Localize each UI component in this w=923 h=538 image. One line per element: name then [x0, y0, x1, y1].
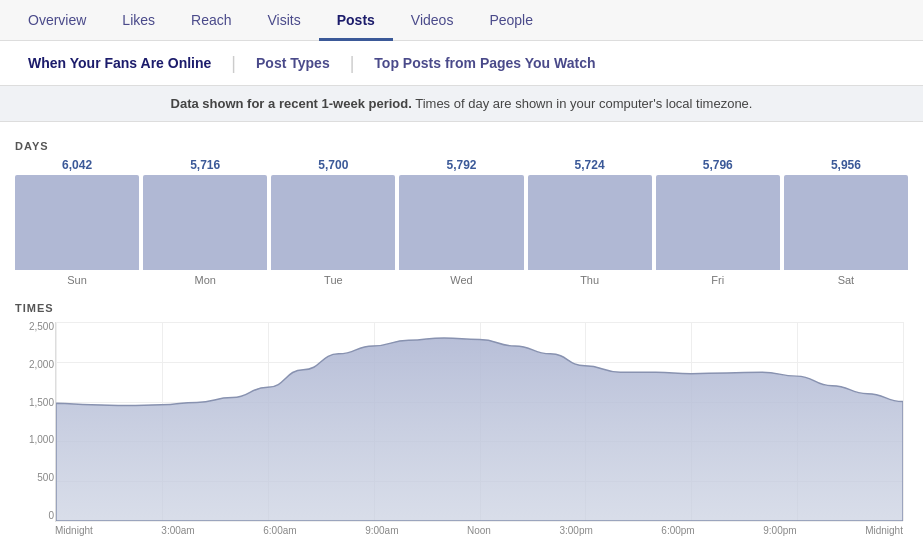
x-label: Midnight [55, 525, 93, 536]
tab-likes[interactable]: Likes [104, 0, 173, 40]
day-label: Sat [838, 274, 855, 286]
x-label: Noon [467, 525, 491, 536]
divider-1: | [229, 53, 238, 74]
times-chart: 2,5002,0001,5001,0005000 [55, 322, 903, 522]
day-label: Sun [67, 274, 87, 286]
day-label: Mon [195, 274, 216, 286]
day-bar [143, 175, 267, 270]
day-value: 5,792 [446, 158, 476, 172]
day-label: Fri [711, 274, 724, 286]
day-value: 5,796 [703, 158, 733, 172]
y-axis: 2,5002,0001,5001,0005000 [18, 322, 54, 521]
y-label: 0 [48, 511, 54, 521]
day-col-sun: 6,042 Sun [15, 158, 139, 286]
x-label: 3:00am [161, 525, 194, 536]
x-label: Midnight [865, 525, 903, 536]
y-label: 2,000 [29, 360, 54, 370]
subtab-when-fans-online[interactable]: When Your Fans Are Online [10, 41, 229, 85]
tab-visits[interactable]: Visits [250, 0, 319, 40]
times-section: TIMES 2,5002,0001,5001,0005000 Midnight3… [15, 302, 908, 536]
day-label: Wed [450, 274, 472, 286]
x-label: 3:00pm [559, 525, 592, 536]
content-area: DAYS 6,042 Sun 5,716 Mon 5,700 Tue 5,792… [0, 122, 923, 538]
subtab-post-types[interactable]: Post Types [238, 41, 348, 85]
tab-overview[interactable]: Overview [10, 0, 104, 40]
day-bar [15, 175, 139, 270]
grid-line-v [903, 322, 904, 521]
tab-posts[interactable]: Posts [319, 0, 393, 40]
day-value: 5,956 [831, 158, 861, 172]
y-label: 500 [37, 473, 54, 483]
x-label: 6:00am [263, 525, 296, 536]
day-col-tue: 5,700 Tue [271, 158, 395, 286]
times-label: TIMES [15, 302, 908, 314]
sub-tabs: When Your Fans Are Online | Post Types |… [0, 41, 923, 86]
tab-videos[interactable]: Videos [393, 0, 472, 40]
days-row: 6,042 Sun 5,716 Mon 5,700 Tue 5,792 Wed … [15, 158, 908, 286]
day-col-sat: 5,956 Sat [784, 158, 908, 286]
y-label: 2,500 [29, 322, 54, 332]
x-label: 9:00am [365, 525, 398, 536]
info-bar: Data shown for a recent 1-week period. T… [0, 86, 923, 122]
day-value: 5,716 [190, 158, 220, 172]
day-bar [528, 175, 652, 270]
day-col-thu: 5,724 Thu [528, 158, 652, 286]
top-nav: Overview Likes Reach Visits Posts Videos… [0, 0, 923, 41]
day-value: 6,042 [62, 158, 92, 172]
day-col-mon: 5,716 Mon [143, 158, 267, 286]
y-label: 1,000 [29, 435, 54, 445]
grid-line-h [56, 521, 903, 522]
days-label: DAYS [15, 140, 908, 152]
y-label: 1,500 [29, 398, 54, 408]
divider-2: | [348, 53, 357, 74]
x-label: 6:00pm [661, 525, 694, 536]
subtab-top-posts[interactable]: Top Posts from Pages You Watch [356, 41, 613, 85]
day-value: 5,724 [575, 158, 605, 172]
tab-people[interactable]: People [471, 0, 551, 40]
day-bar [784, 175, 908, 270]
x-labels: Midnight3:00am6:00am9:00amNoon3:00pm6:00… [55, 525, 903, 536]
day-label: Thu [580, 274, 599, 286]
day-bar [656, 175, 780, 270]
x-label: 9:00pm [763, 525, 796, 536]
day-label: Tue [324, 274, 343, 286]
day-col-fri: 5,796 Fri [656, 158, 780, 286]
day-bar [399, 175, 523, 270]
day-value: 5,700 [318, 158, 348, 172]
day-col-wed: 5,792 Wed [399, 158, 523, 286]
day-bar [271, 175, 395, 270]
tab-reach[interactable]: Reach [173, 0, 249, 40]
